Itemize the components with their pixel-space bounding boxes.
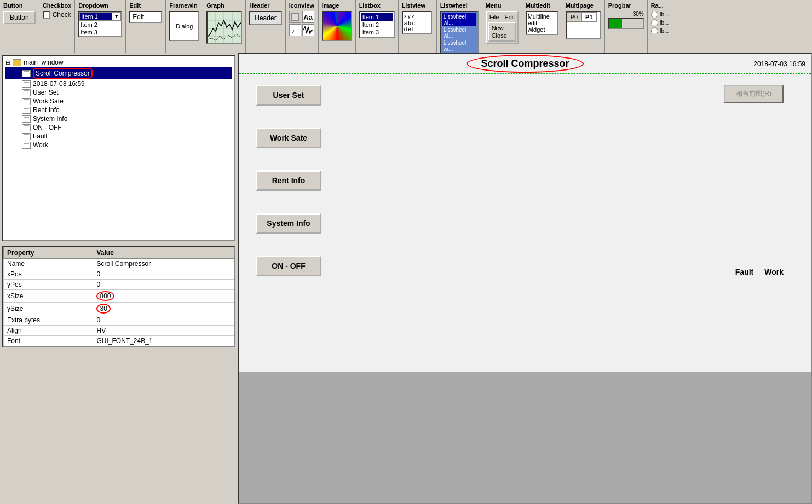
radio-option-2[interactable] (651, 19, 658, 26)
dropdown-selected: Item 1 (80, 13, 112, 20)
tree-item-user-set[interactable]: User Set (5, 88, 232, 97)
checkbox-widget[interactable]: Check (43, 11, 71, 19)
tree-item-work[interactable]: Work (5, 141, 232, 149)
toolbar-section-graph: Graph (203, 0, 246, 53)
multiedit-line-1: Multiline (528, 13, 556, 20)
canvas-button-system-info[interactable]: System Info (256, 213, 321, 234)
tree-item-system-info[interactable]: System Info (5, 114, 232, 123)
toolbar-section-radio: Ra... Ib... Ib... Ib... (648, 0, 675, 53)
header-widget[interactable]: Header (249, 11, 281, 25)
iconview-text-icon: Aa (303, 13, 313, 21)
framewin-widget: Dialog (169, 11, 199, 41)
props-cell-extra-prop: Extra bytes (4, 315, 93, 326)
props-cell-name-prop: Name (4, 259, 93, 269)
toolbar-section-listwheel: Listwheel Listwheel wi... Listwheel wi..… (437, 0, 482, 53)
menu-file[interactable]: File (488, 13, 501, 21)
button-widget[interactable]: Button (3, 11, 36, 24)
toolbar-dropdown-label: Dropdown (78, 2, 108, 9)
toolbar-section-progbar: Progbar 30% (605, 0, 648, 53)
multipage-tab-p0[interactable]: P0 (567, 12, 581, 22)
toolbar-edit-label: Edit (129, 2, 141, 9)
listbox-item-2[interactable]: Item 2 (361, 21, 393, 28)
multipage-content (567, 22, 600, 38)
dropdown-item-2[interactable]: Item 2 (79, 21, 121, 28)
toolbar-section-header: Header Header (246, 0, 285, 53)
toolbar-section-button: Button Button (0, 0, 39, 53)
properties-panel: Property Value Name Scroll Compressor xP… (2, 246, 235, 347)
iconview-wave-icon (303, 25, 313, 35)
grayed-button[interactable]: 相当前图(R) (724, 85, 784, 103)
canvas-timestamp: 2018-07-03 16:59 (753, 60, 805, 68)
graph-svg (208, 12, 242, 44)
listwheel-item-3[interactable]: Listwheel wi... (442, 39, 476, 53)
menu-close[interactable]: Close (490, 32, 514, 39)
tree-item-label-work: Work (33, 141, 48, 149)
tree-collapse-icon[interactable]: ⊟ (5, 59, 10, 66)
radio-label-1: Ib... (660, 11, 669, 18)
tree-item-label-on-off: ON - OFF (33, 124, 62, 131)
props-row-ypos: yPos 0 (4, 280, 234, 290)
checkbox-box[interactable] (43, 11, 50, 19)
listbox-item-1[interactable]: Item 1 (361, 13, 393, 21)
fault-label: Fault (735, 268, 753, 276)
tree-item-on-off[interactable]: ON - OFF (5, 123, 232, 132)
left-panel: ⊟ main_window Scroll Compressor 2018-07-… (0, 53, 238, 504)
props-col-value: Value (93, 247, 234, 259)
progbar-bar (608, 18, 644, 29)
tree-item-rent-info[interactable]: Rent Info (5, 106, 232, 114)
listbox-widget[interactable]: Item 1 Item 2 Item 3 (359, 11, 395, 38)
toolbar-section-iconview: Iconview Aa ♪ (286, 0, 319, 53)
toolbar-section-menu: Menu File Edit New Close (482, 0, 522, 53)
radio-label-2: Ib... (660, 20, 669, 26)
iconview-cell-2[interactable]: Aa (302, 11, 314, 23)
iconview-cell-4[interactable] (302, 24, 314, 36)
canvas-button-rent-info[interactable]: Rent Info (256, 170, 321, 191)
menu-new[interactable]: New (490, 24, 514, 32)
props-cell-xsize-val: 800 (93, 290, 234, 303)
edit-widget[interactable] (129, 11, 162, 23)
dropdown-arrow-icon[interactable]: ▼ (112, 14, 120, 19)
iconview-cell-3[interactable]: ♪ (289, 24, 301, 36)
toolbar-listwheel-label: Listwheel (440, 2, 468, 9)
listview-col-f: f (412, 26, 414, 32)
listwheel-widget[interactable]: Listwheel wi... Listwheel wi... Listwhee… (440, 11, 479, 53)
iconview-cell-1[interactable] (289, 11, 301, 23)
tree-root-folder-icon (13, 59, 21, 66)
toolbar-progbar-label: Progbar (608, 2, 631, 9)
props-cell-extra-val: 0 (93, 315, 234, 326)
radio-option-3[interactable] (651, 27, 658, 34)
toolbar-section-framewin: Framewin Dialog (166, 0, 203, 53)
listwheel-item-2[interactable]: Listwheel wi... (442, 26, 476, 39)
props-row-align: Align HV (4, 326, 234, 336)
tree-item-date[interactable]: 2018-07-03 16:59 (5, 79, 232, 88)
radio-label-3: Ib... (660, 28, 669, 34)
listbox-item-3[interactable]: Item 3 (361, 28, 393, 36)
multiedit-widget[interactable]: Multiline edit widget (526, 11, 558, 35)
multiedit-line-3: widget (528, 26, 556, 33)
progbar-widget: 30% (608, 11, 644, 29)
props-cell-align-val: HV (93, 326, 234, 336)
props-cell-name-val: Scroll Compressor (93, 259, 234, 269)
canvas-title: Scroll Compressor (467, 55, 583, 73)
radio-option-1[interactable] (651, 11, 658, 18)
dropdown-widget[interactable]: Item 1 ▼ Item 2 Item 3 (78, 11, 122, 37)
canvas-header: Scroll Compressor 2018-07-03 16:59 (239, 54, 811, 74)
tree-item-work-sate[interactable]: Work Sate (5, 97, 232, 106)
listwheel-item-1[interactable]: Listwheel wi... (442, 13, 476, 26)
dropdown-item-3[interactable]: Item 3 (79, 28, 121, 36)
tree-item-label-date: 2018-07-03 16:59 (33, 80, 85, 88)
tree-item-fault[interactable]: Fault (5, 132, 232, 141)
canvas-button-user-set[interactable]: User Set (256, 85, 321, 106)
props-cell-ysize-val: 30 (93, 303, 234, 315)
bottom-gray-area (239, 372, 811, 503)
canvas-button-work-sate[interactable]: Work Sate (256, 128, 321, 148)
listview-widget[interactable]: x y z a b c d e f (402, 11, 432, 34)
tree-root: ⊟ main_window (5, 59, 232, 66)
framewin-content: Dialog (176, 23, 193, 30)
props-cell-font-val: GUI_FONT_24B_1 (93, 336, 234, 346)
canvas-button-on-off[interactable]: ON - OFF (256, 256, 321, 276)
multipage-tab-p1[interactable]: P1 (581, 12, 596, 22)
menu-edit[interactable]: Edit (503, 13, 516, 21)
props-cell-xpos-prop: xPos (4, 269, 93, 280)
tree-item-scroll-compressor[interactable]: Scroll Compressor (5, 67, 232, 79)
